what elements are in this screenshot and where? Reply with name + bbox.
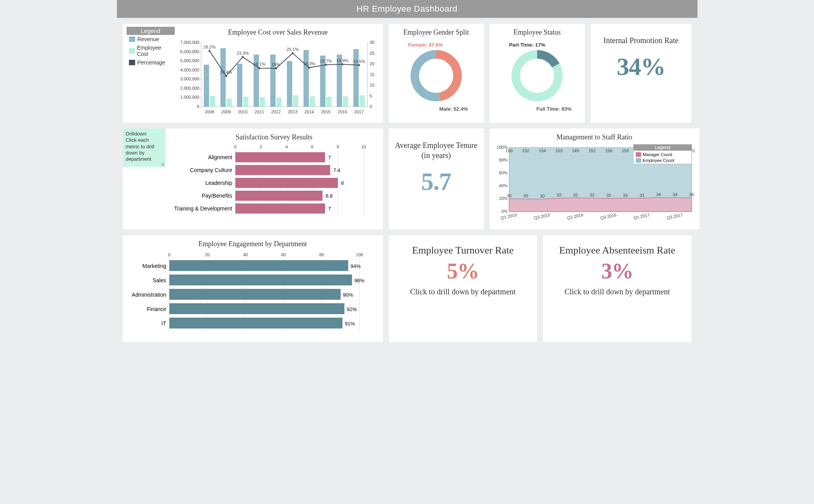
svg-text:150: 150 xyxy=(505,148,512,153)
svg-text:34: 34 xyxy=(656,192,661,197)
svg-rect-55 xyxy=(326,97,332,107)
svg-rect-54 xyxy=(320,56,325,107)
card-tenure[interactable]: Average Employee Tenure (in years) 5.7 xyxy=(389,129,484,229)
svg-rect-36 xyxy=(220,48,226,107)
svg-rect-33 xyxy=(204,65,209,107)
svg-text:23.3%: 23.3% xyxy=(237,51,249,56)
svg-text:33: 33 xyxy=(623,193,627,198)
svg-text:3,000,000: 3,000,000 xyxy=(180,76,199,81)
svg-text:Administration: Administration xyxy=(132,292,166,298)
svg-text:7,000,000: 7,000,000 xyxy=(180,40,199,45)
svg-text:30: 30 xyxy=(506,193,511,198)
svg-text:Leadership: Leadership xyxy=(205,180,232,186)
svg-text:19.7%: 19.7% xyxy=(320,59,332,63)
svg-text:90%: 90% xyxy=(343,292,353,298)
svg-text:30: 30 xyxy=(540,194,544,198)
svg-text:32: 32 xyxy=(573,193,577,197)
svg-text:4: 4 xyxy=(285,144,287,149)
svg-rect-179 xyxy=(169,275,352,285)
svg-text:100: 100 xyxy=(356,252,363,257)
chart-ratio[interactable]: 0%20%40%60%80%100%1501521541531491521561… xyxy=(494,144,696,223)
stat-value: 34% xyxy=(595,52,688,81)
svg-text:18.3%: 18.3% xyxy=(303,61,315,66)
svg-text:25.1%: 25.1% xyxy=(286,47,298,52)
svg-point-63 xyxy=(208,50,210,52)
svg-text:40%: 40% xyxy=(499,183,507,188)
svg-text:7: 7 xyxy=(328,206,331,212)
svg-text:Q3 2015: Q3 2015 xyxy=(533,212,550,221)
svg-text:Sales: Sales xyxy=(152,277,166,283)
svg-text:0: 0 xyxy=(234,144,236,149)
svg-text:154: 154 xyxy=(539,148,546,153)
stat-sublabel: (in years) xyxy=(393,150,480,160)
svg-text:19.5%: 19.5% xyxy=(353,59,365,64)
card-turnover[interactable]: Employee Turnover Rate 5% Click to drill… xyxy=(389,235,537,342)
chart-engagement[interactable]: 020406080100Marketing94%Sales96%Administ… xyxy=(127,250,379,336)
svg-text:Male: 52.4%: Male: 52.4% xyxy=(439,106,468,112)
stat-value: 5% xyxy=(393,259,534,283)
svg-point-79 xyxy=(341,63,343,65)
card-absenteeism[interactable]: Employee Absenteeism Rate 3% Click to dr… xyxy=(543,235,692,342)
svg-text:7: 7 xyxy=(328,155,331,160)
card-promotion-rate[interactable]: Internal Promotion Rate 34% xyxy=(591,24,692,123)
svg-text:32: 32 xyxy=(590,193,594,197)
svg-text:Manager Count: Manager Count xyxy=(643,152,672,157)
svg-text:60: 60 xyxy=(281,252,285,257)
svg-rect-188 xyxy=(169,318,343,328)
svg-text:94%: 94% xyxy=(350,263,360,269)
drilldown-note: Drilldown Click each metric to drill dow… xyxy=(123,129,165,167)
legend-item: Percentage xyxy=(137,59,165,66)
svg-text:6.8: 6.8 xyxy=(325,193,332,199)
svg-point-65 xyxy=(225,75,227,77)
card-cost-revenue: Legend Revenue Employee Cost Percentage … xyxy=(123,24,383,123)
svg-text:80%: 80% xyxy=(499,158,507,162)
svg-text:32: 32 xyxy=(606,193,611,198)
svg-text:2009: 2009 xyxy=(221,109,230,114)
svg-text:25: 25 xyxy=(370,51,374,56)
drill-hint: Click to drill down by department xyxy=(393,287,534,296)
stat-label: Average Employee Tenure xyxy=(393,140,480,150)
drill-title: Drilldown xyxy=(126,131,162,137)
svg-text:1,000,000: 1,000,000 xyxy=(180,95,199,99)
svg-rect-61 xyxy=(359,96,365,107)
svg-text:2015: 2015 xyxy=(321,109,330,114)
svg-text:32: 32 xyxy=(557,193,561,197)
svg-text:20: 20 xyxy=(370,61,374,66)
svg-text:Marketing: Marketing xyxy=(142,263,166,269)
chart-title: Employee Engagement by Department xyxy=(127,240,379,248)
svg-rect-48 xyxy=(287,61,292,107)
chart-status[interactable]: Part Time: 17%Full Time: 83% xyxy=(494,39,581,113)
card-ratio: Management to Staff Ratio 0%20%40%60%80%… xyxy=(490,129,699,229)
svg-rect-49 xyxy=(293,96,298,107)
chart-title: Management to Staff Ratio xyxy=(494,133,696,141)
chart-gender[interactable]: Female: 47.6%Male: 52.4% xyxy=(393,39,480,113)
drill-hint: Click to drill down by department xyxy=(547,287,688,296)
svg-text:10: 10 xyxy=(370,83,374,87)
svg-text:Full Time: 83%: Full Time: 83% xyxy=(536,106,572,112)
svg-text:Part Time: 17%: Part Time: 17% xyxy=(509,42,545,48)
svg-text:0: 0 xyxy=(197,104,199,109)
svg-text:2016: 2016 xyxy=(337,109,347,114)
svg-rect-52 xyxy=(310,96,315,107)
svg-rect-46 xyxy=(276,97,282,107)
svg-text:Alignment: Alignment xyxy=(208,154,232,160)
svg-text:0%: 0% xyxy=(501,209,508,214)
svg-text:10: 10 xyxy=(361,144,365,149)
svg-rect-40 xyxy=(243,97,249,107)
svg-point-67 xyxy=(242,56,244,58)
svg-text:Female: 47.6%: Female: 47.6% xyxy=(408,42,443,48)
svg-text:92%: 92% xyxy=(346,306,357,312)
svg-text:30: 30 xyxy=(370,40,374,45)
chart-satisfaction[interactable]: 0246810Alignment7Company Culture7.4Leade… xyxy=(169,144,379,221)
drill-body: Click each metric to drill down by depar… xyxy=(126,137,162,162)
svg-text:91%: 91% xyxy=(344,321,355,327)
chart-title: Employee Status xyxy=(494,28,581,36)
svg-rect-39 xyxy=(237,64,242,107)
svg-text:30: 30 xyxy=(523,193,528,198)
svg-text:Training & Development: Training & Development xyxy=(174,205,232,212)
svg-text:2011: 2011 xyxy=(254,109,264,114)
svg-text:2,000,000: 2,000,000 xyxy=(180,86,199,90)
svg-text:2017: 2017 xyxy=(354,109,364,114)
chart-cost-revenue[interactable]: 01,000,0002,000,0003,000,0004,000,0005,0… xyxy=(177,39,379,116)
legend-title: Legend xyxy=(127,27,175,35)
